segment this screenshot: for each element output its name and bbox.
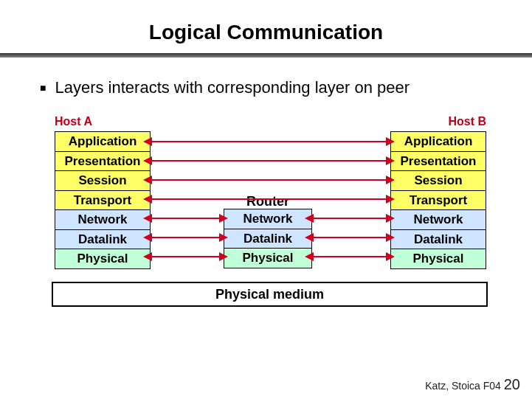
router-stack: Network Datalink Physical <box>224 209 312 268</box>
layer-transport: Transport <box>55 190 151 211</box>
router-label: Router <box>224 194 312 209</box>
host-b-label: Host B <box>448 115 486 128</box>
layer-physical: Physical <box>390 249 486 269</box>
diagram: Host A Host B Application Presentation S… <box>0 115 532 336</box>
layer-physical: Physical <box>224 248 312 268</box>
physical-medium-box: Physical medium <box>52 282 488 307</box>
layer-datalink: Datalink <box>55 229 151 250</box>
bullet-text: Layers interacts with corresponding laye… <box>55 78 410 97</box>
layer-session: Session <box>390 170 486 191</box>
layer-presentation: Presentation <box>390 151 486 172</box>
layer-network: Network <box>55 209 151 230</box>
slide-title: Logical Communication <box>0 0 532 53</box>
title-divider <box>0 53 532 58</box>
layer-network: Network <box>224 209 312 229</box>
layer-network: Network <box>390 209 486 230</box>
host-a-label: Host A <box>55 115 92 128</box>
layer-physical: Physical <box>55 249 151 269</box>
layer-application: Application <box>390 131 486 152</box>
layer-application: Application <box>55 131 151 152</box>
host-b-stack: Application Presentation Session Transpo… <box>390 131 486 268</box>
bullet-icon: ■ <box>40 82 46 94</box>
layer-datalink: Datalink <box>390 229 486 250</box>
layer-transport: Transport <box>390 190 486 211</box>
page-number: 20 <box>504 376 520 392</box>
footer: Katz, Stoica F04 20 <box>425 376 520 393</box>
host-a-stack: Application Presentation Session Transpo… <box>55 131 151 268</box>
layer-session: Session <box>55 170 151 191</box>
layer-presentation: Presentation <box>55 151 151 172</box>
slide: Logical Communication ■ Layers interacts… <box>0 0 532 399</box>
footer-text: Katz, Stoica F04 <box>425 380 501 392</box>
layer-datalink: Datalink <box>224 229 312 249</box>
bullet-item: ■ Layers interacts with corresponding la… <box>40 78 532 97</box>
